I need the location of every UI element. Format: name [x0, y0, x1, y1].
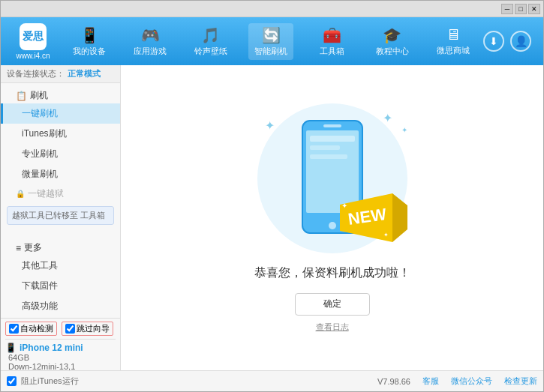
sparkle-icon-2: ✦	[383, 111, 392, 125]
my-device-icon: 📱	[80, 26, 99, 44]
one-click-flash-label: 一键刷机	[22, 108, 58, 118]
sidebar-item-itunes-flash[interactable]: iTunes刷机	[1, 124, 120, 144]
status-value: 正常模式	[68, 68, 101, 79]
prevent-itunes-label: 阻止iTunes运行	[21, 376, 79, 387]
svg-rect-5	[310, 145, 340, 150]
toolbox-label: 工具箱	[320, 46, 344, 57]
phone-icon: 📱	[5, 343, 17, 353]
device-name-text: iPhone 12 mini	[20, 343, 83, 353]
auto-detect-input[interactable]	[9, 324, 19, 334]
nav-smart-shop[interactable]: 🔄 智能刷机	[248, 23, 293, 60]
svg-rect-6	[310, 154, 347, 159]
more-icon: ≡	[16, 243, 21, 253]
maximize-btn[interactable]: □	[515, 4, 527, 14]
nav-toolbox[interactable]: 🧰 工具箱	[309, 23, 354, 60]
main-content: ✦ ✦ ✦	[121, 65, 543, 370]
ringtone-label: 铃声壁纸	[194, 46, 227, 57]
sidebar-item-micro-flash[interactable]: 微量刷机	[1, 164, 120, 184]
micro-flash-label: 微量刷机	[22, 169, 58, 179]
titlebar: ─ □ ✕	[1, 1, 543, 17]
logo-icon: 爱思	[20, 23, 47, 50]
jailbreak-label: 一键越狱	[28, 187, 64, 200]
sidebar-item-pro-flash[interactable]: 专业刷机	[1, 144, 120, 164]
bottombar-left: 阻止iTunes运行	[7, 376, 79, 387]
wechat-link[interactable]: 微信公众号	[451, 376, 492, 387]
device-name-row: 📱 iPhone 12 mini	[5, 343, 116, 353]
nav-weisi-shop[interactable]: 🖥 微思商城	[431, 23, 476, 59]
no-restart-link[interactable]: 查看日志	[316, 322, 349, 333]
sidebar-item-other-tools[interactable]: 其他工具	[1, 256, 120, 276]
user-btn[interactable]: 👤	[510, 31, 531, 52]
flash-title: 刷机	[30, 89, 48, 102]
other-tools-label: 其他工具	[22, 260, 58, 271]
weisi-shop-icon: 🖥	[446, 26, 461, 43]
sidebar-item-download-firmware[interactable]: 下载固件	[1, 276, 120, 296]
svg-text:✦: ✦	[341, 202, 347, 210]
ringtone-icon: 🎵	[201, 26, 220, 44]
device-version: Down-12mini-13,1	[5, 362, 116, 370]
more-section: ≡ 更多 其他工具 下载固件 高级功能	[1, 235, 120, 318]
phone-illustration: ✦ ✦ ✦	[250, 103, 415, 253]
auto-detect-label: 自动检测	[20, 323, 53, 334]
download-btn[interactable]: ⬇	[483, 31, 504, 52]
sidebar-disabled-jailbreak: 🔒 一键越狱	[1, 184, 120, 203]
new-badge: NEW ✦ ✦	[340, 193, 407, 238]
confirm-button[interactable]: 确定	[295, 293, 370, 316]
sidebar-bottom: 自动检测 跳过向导 📱 iPhone 12 mini 64GB Down-12m…	[1, 318, 120, 370]
svg-text:✦: ✦	[383, 232, 389, 238]
sidebar-info-box: 越狱工具已转移至 工具箱	[7, 206, 114, 225]
sidebar-item-one-click-flash[interactable]: 一键刷机	[1, 103, 120, 124]
prevent-itunes-checkbox[interactable]	[7, 376, 17, 386]
success-text: 恭喜您，保资料刷机成功啦！	[254, 265, 410, 281]
sparkle-icon-3: ✦	[401, 126, 407, 134]
logo[interactable]: 爱思 www.i4.cn	[7, 23, 59, 60]
auto-detect-checkbox[interactable]: 自动检测	[5, 322, 57, 336]
connection-status: 设备连接状态： 正常模式	[1, 65, 120, 83]
smart-shop-icon: 🔄	[262, 26, 281, 44]
bottombar-right: V7.98.66 客服 微信公众号 检查更新	[377, 376, 537, 387]
nav-tutorial[interactable]: 🎓 教程中心	[370, 23, 415, 60]
skip-wizard-checkbox[interactable]: 跳过向导	[62, 322, 113, 336]
nav-bar: 📱 我的设备 🎮 应用游戏 🎵 铃声壁纸 🔄 智能刷机 🧰 工具箱 🎓	[59, 23, 483, 60]
svg-marker-8	[392, 193, 407, 242]
sidebar: 设备连接状态： 正常模式 📋 刷机 一键刷机 iTunes刷机 专业刷机	[1, 65, 121, 370]
flash-section-title: 📋 刷机	[1, 88, 120, 103]
tutorial-label: 教程中心	[376, 46, 409, 57]
svg-rect-3	[323, 124, 341, 127]
pro-flash-label: 专业刷机	[22, 148, 58, 159]
nav-ringtone[interactable]: 🎵 铃声壁纸	[188, 23, 233, 60]
sidebar-item-advanced[interactable]: 高级功能	[1, 296, 120, 316]
bottombar: 阻止iTunes运行 V7.98.66 客服 微信公众号 检查更新	[1, 370, 543, 391]
app-game-label: 应用游戏	[134, 46, 167, 57]
header-right: ⬇ 👤	[483, 31, 537, 52]
nav-app-game[interactable]: 🎮 应用游戏	[128, 23, 173, 60]
header: 爱思 www.i4.cn 📱 我的设备 🎮 应用游戏 🎵 铃声壁纸 🔄 智能刷机…	[1, 17, 543, 65]
app-window: ─ □ ✕ 爱思 www.i4.cn 📱 我的设备 🎮 应用游戏 🎵 铃声壁纸 …	[0, 0, 544, 392]
content-area: 设备连接状态： 正常模式 📋 刷机 一键刷机 iTunes刷机 专业刷机	[1, 65, 543, 370]
more-section-title: ≡ 更多	[1, 240, 120, 256]
close-btn[interactable]: ✕	[528, 4, 540, 14]
sparkle-icon-1: ✦	[265, 118, 275, 133]
checkbox-row: 自动检测 跳过向导	[5, 322, 116, 336]
toolbox-icon: 🧰	[323, 26, 341, 44]
my-device-label: 我的设备	[73, 46, 106, 57]
weisi-shop-label: 微思商城	[437, 45, 470, 56]
confirm-btn-label: 确定	[323, 298, 341, 310]
svg-rect-4	[310, 136, 355, 142]
status-label: 设备连接状态：	[7, 68, 65, 79]
nav-my-device[interactable]: 📱 我的设备	[67, 23, 112, 60]
advanced-label: 高级功能	[22, 301, 58, 311]
minimize-btn[interactable]: ─	[501, 4, 513, 14]
lock-icon: 🔒	[16, 190, 25, 198]
download-firmware-label: 下载固件	[22, 280, 58, 291]
svg-point-2	[329, 222, 336, 229]
customer-service-link[interactable]: 客服	[422, 376, 439, 387]
device-storage: 64GB	[5, 353, 116, 362]
skip-wizard-input[interactable]	[65, 324, 75, 334]
tutorial-icon: 🎓	[383, 26, 401, 44]
flash-icon: 📋	[16, 91, 27, 101]
check-update-link[interactable]: 检查更新	[504, 376, 537, 387]
device-info: 📱 iPhone 12 mini 64GB Down-12mini-13,1	[5, 339, 116, 370]
flash-section: 📋 刷机 一键刷机 iTunes刷机 专业刷机 微量刷机 🔒 一键越狱	[1, 83, 120, 229]
logo-url: www.i4.cn	[16, 52, 50, 60]
